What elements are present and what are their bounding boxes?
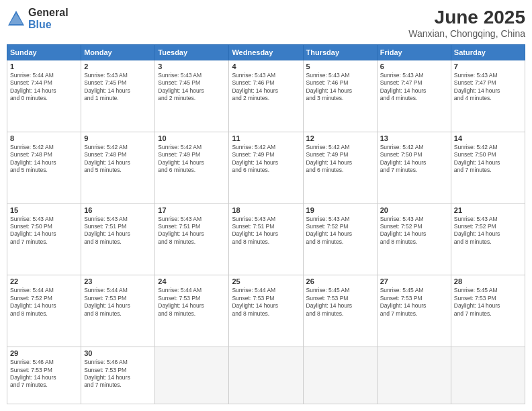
table-row: 4Sunrise: 5:43 AM Sunset: 7:46 PM Daylig…	[229, 60, 303, 132]
day-number: 21	[454, 206, 522, 214]
col-tuesday: Tuesday	[155, 45, 229, 60]
day-number: 7	[454, 62, 522, 71]
day-number: 24	[158, 277, 226, 285]
day-info: Sunrise: 5:46 AM Sunset: 7:53 PM Dayligh…	[84, 359, 152, 390]
table-row: 13Sunrise: 5:42 AM Sunset: 7:50 PM Dayli…	[377, 132, 451, 203]
table-row: 5Sunrise: 5:43 AM Sunset: 7:46 PM Daylig…	[303, 60, 377, 132]
day-number: 15	[10, 206, 78, 214]
logo-general: General	[28, 7, 69, 19]
table-row: 25Sunrise: 5:44 AM Sunset: 7:53 PM Dayli…	[229, 275, 303, 347]
month-title: June 2025	[408, 7, 525, 28]
logo-blue: Blue	[28, 19, 69, 31]
calendar-header-row: Sunday Monday Tuesday Wednesday Thursday…	[7, 45, 525, 60]
header: General Blue June 2025 Wanxian, Chongqin…	[7, 7, 525, 39]
day-info: Sunrise: 5:42 AM Sunset: 7:49 PM Dayligh…	[232, 144, 300, 175]
logo-icon	[7, 9, 26, 28]
day-info: Sunrise: 5:44 AM Sunset: 7:44 PM Dayligh…	[10, 72, 78, 103]
col-wednesday: Wednesday	[229, 45, 303, 60]
day-number: 23	[84, 277, 152, 285]
table-row: 7Sunrise: 5:43 AM Sunset: 7:47 PM Daylig…	[451, 60, 525, 132]
logo-text: General Blue	[28, 7, 69, 30]
table-row: 10Sunrise: 5:42 AM Sunset: 7:49 PM Dayli…	[155, 132, 229, 203]
day-info: Sunrise: 5:43 AM Sunset: 7:52 PM Dayligh…	[380, 216, 448, 246]
day-number: 27	[380, 277, 448, 285]
col-saturday: Saturday	[451, 45, 525, 60]
table-row: 27Sunrise: 5:45 AM Sunset: 7:53 PM Dayli…	[377, 275, 451, 347]
day-info: Sunrise: 5:43 AM Sunset: 7:45 PM Dayligh…	[84, 72, 152, 103]
day-info: Sunrise: 5:43 AM Sunset: 7:45 PM Dayligh…	[158, 72, 226, 103]
day-info: Sunrise: 5:42 AM Sunset: 7:48 PM Dayligh…	[10, 144, 78, 175]
table-row	[155, 347, 229, 404]
svg-marker-1	[9, 13, 23, 24]
day-number: 2	[84, 62, 152, 71]
day-number: 17	[158, 206, 226, 214]
table-row	[229, 347, 303, 404]
day-info: Sunrise: 5:43 AM Sunset: 7:51 PM Dayligh…	[158, 216, 226, 246]
day-info: Sunrise: 5:43 AM Sunset: 7:52 PM Dayligh…	[454, 216, 522, 246]
day-info: Sunrise: 5:45 AM Sunset: 7:53 PM Dayligh…	[306, 287, 374, 318]
table-row: 14Sunrise: 5:42 AM Sunset: 7:50 PM Dayli…	[451, 132, 525, 203]
day-info: Sunrise: 5:45 AM Sunset: 7:53 PM Dayligh…	[454, 287, 522, 318]
table-row	[377, 347, 451, 404]
day-number: 3	[158, 62, 226, 71]
table-row: 26Sunrise: 5:45 AM Sunset: 7:53 PM Dayli…	[303, 275, 377, 347]
table-row: 9Sunrise: 5:42 AM Sunset: 7:48 PM Daylig…	[81, 132, 155, 203]
day-number: 30	[84, 349, 152, 357]
day-info: Sunrise: 5:43 AM Sunset: 7:46 PM Dayligh…	[306, 72, 374, 103]
day-info: Sunrise: 5:44 AM Sunset: 7:53 PM Dayligh…	[84, 287, 152, 318]
table-row: 30Sunrise: 5:46 AM Sunset: 7:53 PM Dayli…	[81, 347, 155, 404]
day-number: 14	[454, 134, 522, 142]
table-row: 24Sunrise: 5:44 AM Sunset: 7:53 PM Dayli…	[155, 275, 229, 347]
day-info: Sunrise: 5:43 AM Sunset: 7:46 PM Dayligh…	[232, 72, 300, 103]
day-number: 12	[306, 134, 374, 142]
day-info: Sunrise: 5:42 AM Sunset: 7:49 PM Dayligh…	[158, 144, 226, 175]
day-number: 1	[10, 62, 78, 71]
day-number: 16	[84, 206, 152, 214]
day-info: Sunrise: 5:43 AM Sunset: 7:51 PM Dayligh…	[232, 216, 300, 246]
table-row: 29Sunrise: 5:46 AM Sunset: 7:53 PM Dayli…	[7, 347, 81, 404]
day-info: Sunrise: 5:43 AM Sunset: 7:50 PM Dayligh…	[10, 216, 78, 246]
table-row: 11Sunrise: 5:42 AM Sunset: 7:49 PM Dayli…	[229, 132, 303, 203]
location: Wanxian, Chongqing, China	[408, 28, 525, 39]
table-row: 1Sunrise: 5:44 AM Sunset: 7:44 PM Daylig…	[7, 60, 81, 132]
table-row	[303, 347, 377, 404]
calendar-page: General Blue June 2025 Wanxian, Chongqin…	[0, 0, 532, 411]
day-number: 4	[232, 62, 300, 71]
day-number: 28	[454, 277, 522, 285]
day-number: 22	[10, 277, 78, 285]
day-number: 8	[10, 134, 78, 142]
table-row: 18Sunrise: 5:43 AM Sunset: 7:51 PM Dayli…	[229, 203, 303, 275]
day-number: 6	[380, 62, 448, 71]
day-info: Sunrise: 5:46 AM Sunset: 7:53 PM Dayligh…	[10, 359, 78, 390]
logo: General Blue	[7, 7, 69, 30]
day-number: 5	[306, 62, 374, 71]
day-number: 20	[380, 206, 448, 214]
table-row	[451, 347, 525, 404]
day-number: 19	[306, 206, 374, 214]
day-info: Sunrise: 5:42 AM Sunset: 7:48 PM Dayligh…	[84, 144, 152, 175]
col-monday: Monday	[81, 45, 155, 60]
table-row: 28Sunrise: 5:45 AM Sunset: 7:53 PM Dayli…	[451, 275, 525, 347]
table-row: 16Sunrise: 5:43 AM Sunset: 7:51 PM Dayli…	[81, 203, 155, 275]
day-info: Sunrise: 5:44 AM Sunset: 7:53 PM Dayligh…	[158, 287, 226, 318]
day-info: Sunrise: 5:42 AM Sunset: 7:49 PM Dayligh…	[306, 144, 374, 175]
day-info: Sunrise: 5:42 AM Sunset: 7:50 PM Dayligh…	[454, 144, 522, 175]
table-row: 22Sunrise: 5:44 AM Sunset: 7:52 PM Dayli…	[7, 275, 81, 347]
day-info: Sunrise: 5:43 AM Sunset: 7:52 PM Dayligh…	[306, 216, 374, 246]
day-number: 18	[232, 206, 300, 214]
day-number: 26	[306, 277, 374, 285]
table-row: 2Sunrise: 5:43 AM Sunset: 7:45 PM Daylig…	[81, 60, 155, 132]
table-row: 20Sunrise: 5:43 AM Sunset: 7:52 PM Dayli…	[377, 203, 451, 275]
day-info: Sunrise: 5:45 AM Sunset: 7:53 PM Dayligh…	[380, 287, 448, 318]
table-row: 15Sunrise: 5:43 AM Sunset: 7:50 PM Dayli…	[7, 203, 81, 275]
table-row: 17Sunrise: 5:43 AM Sunset: 7:51 PM Dayli…	[155, 203, 229, 275]
col-thursday: Thursday	[303, 45, 377, 60]
table-row: 3Sunrise: 5:43 AM Sunset: 7:45 PM Daylig…	[155, 60, 229, 132]
day-number: 13	[380, 134, 448, 142]
day-info: Sunrise: 5:43 AM Sunset: 7:51 PM Dayligh…	[84, 216, 152, 246]
day-number: 25	[232, 277, 300, 285]
table-row: 12Sunrise: 5:42 AM Sunset: 7:49 PM Dayli…	[303, 132, 377, 203]
table-row: 6Sunrise: 5:43 AM Sunset: 7:47 PM Daylig…	[377, 60, 451, 132]
day-number: 29	[10, 349, 78, 357]
table-row: 21Sunrise: 5:43 AM Sunset: 7:52 PM Dayli…	[451, 203, 525, 275]
